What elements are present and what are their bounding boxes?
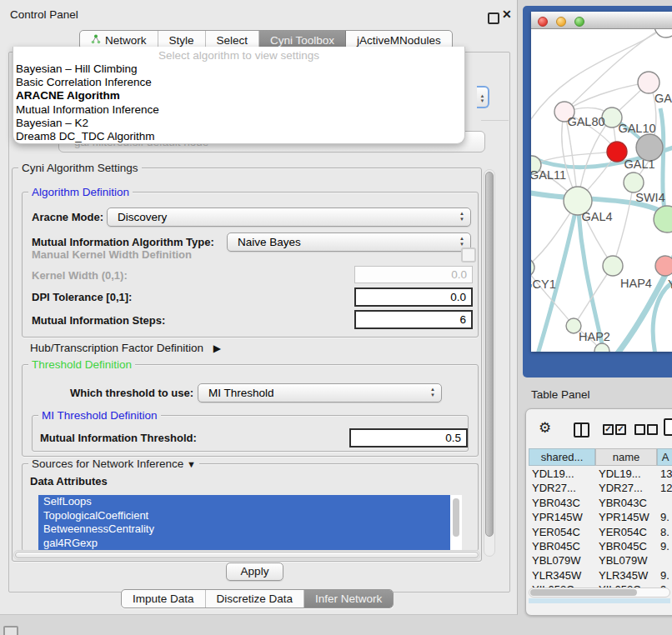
apply-button[interactable]: Apply [226, 562, 283, 581]
which-threshold-label: Which threshold to use: [70, 387, 193, 399]
mi-type-combo[interactable]: Naive Bayes ▲▼ [227, 232, 471, 252]
dpi-tolerance-field[interactable]: 0.0 [354, 288, 473, 307]
algorithm-option[interactable]: Dream8 DC_TDC Algorithm [13, 130, 464, 143]
bottom-tab-bar: Impute DataDiscretize DataInfer Network [121, 589, 394, 608]
table-row[interactable]: YBR043CYBR043C [529, 496, 672, 510]
network-edge[interactable] [613, 182, 634, 266]
column-header-1[interactable]: shared... [529, 448, 595, 466]
unchecked-checkbox-icon[interactable] [634, 424, 645, 435]
table-row[interactable]: YDL19...YDL19...13 [529, 467, 672, 481]
network-node[interactable] [638, 72, 659, 93]
sources-group-title[interactable]: Sources for Network Inference ▼ [28, 458, 199, 471]
table-cell: 9. [660, 569, 669, 582]
settings-hscrollbar-thumb[interactable] [15, 552, 479, 558]
attribute-item[interactable]: TopologicalCoefficient [38, 509, 450, 523]
network-node[interactable] [655, 256, 672, 276]
network-edge[interactable] [564, 82, 649, 112]
node-label: HAP4 [620, 277, 652, 290]
popup-prompt: Select algorithm to view settings [13, 48, 464, 62]
network-edge[interactable] [564, 29, 666, 112]
aracne-mode-combo[interactable]: Discovery ▲▼ [107, 208, 471, 227]
attributes-scrollbar-thumb[interactable] [453, 498, 459, 537]
network-view-frame[interactable]: GALGAL80GAL10GAL1GAL11SWI4GAL4GCY1HAP4YH… [523, 6, 672, 378]
kernel-width-field[interactable]: 0.0 [354, 266, 473, 283]
gear-icon[interactable]: ⚙ [539, 419, 551, 437]
unchecked-checkbox-icon[interactable] [647, 424, 658, 435]
attribute-item[interactable]: SelfLoops [38, 495, 450, 509]
checked-checkbox-icon[interactable]: ✓ [615, 424, 626, 435]
mi-type-value: Naive Bayes [238, 233, 301, 251]
network-node[interactable] [603, 256, 623, 276]
node-label: HAP2 [579, 330, 610, 343]
table-row[interactable]: YER054CYER054C8. [529, 525, 672, 539]
algorithm-option[interactable]: Mutual Information Inference [13, 103, 464, 117]
expand-arrow-icon: ▶ [213, 342, 221, 354]
combo-stepper-icon: ▲▼ [430, 387, 435, 398]
mi-steps-field[interactable]: 6 [354, 310, 473, 329]
attribute-item[interactable]: BetweennessCentrality [38, 522, 450, 537]
table-row[interactable]: YBR045CYBR045C9. [529, 539, 672, 553]
tab-label: jActiveMNodules [357, 34, 441, 47]
algorithm-option[interactable]: ARACNE Algorithm [13, 89, 464, 102]
network-edge[interactable] [578, 201, 606, 352]
tab-label: Style [169, 34, 194, 47]
tab-label: Infer Network [315, 592, 382, 605]
network-edge[interactable] [574, 266, 613, 326]
panel-title: Control Panel [10, 8, 78, 21]
threshold-definition-title: Threshold Definition [28, 358, 135, 371]
column-header-3[interactable]: A [657, 448, 672, 466]
minimized-panel-icon[interactable] [3, 626, 18, 635]
column-header-2[interactable]: name [595, 448, 657, 466]
tab-label: Cyni Toolbox [270, 34, 334, 47]
zoom-traffic-icon[interactable] [574, 17, 584, 27]
network-node[interactable] [624, 172, 644, 192]
node-label: GAL1 [624, 158, 654, 171]
algorithm-option[interactable]: Bayesian – Hill Climbing [13, 62, 464, 76]
node-label: Y [668, 278, 672, 291]
table-cell: YLR345W [599, 569, 648, 582]
table-row[interactable]: YPR145WYPR145W9. [529, 510, 672, 524]
table-hscrollbar-thumb[interactable] [530, 589, 637, 596]
algorithm-combo-stepper[interactable]: ▲▼ [477, 86, 489, 108]
table-row[interactable]: YBL079WYBL079W [529, 553, 672, 568]
table-cell: YBL079W [599, 554, 648, 567]
network-window-titlebar[interactable] [531, 12, 672, 29]
settings-vscrollbar-thumb[interactable] [485, 172, 494, 537]
data-attributes-list[interactable]: SelfLoopsTopologicalCoefficientBetweenne… [38, 495, 462, 550]
table-cell: YDR27... [599, 482, 643, 494]
table-cell: 12 [660, 482, 672, 494]
manual-kernel-checkbox[interactable] [461, 248, 476, 262]
groupbox-edge [481, 120, 509, 121]
float-window-icon[interactable] [488, 12, 499, 24]
checked-checkbox-icon[interactable]: ✓ [603, 424, 614, 435]
table-panel-window: ⚙ ✓ ✓ shared...nameAYDL19...YDL19...13YD… [525, 408, 672, 616]
columns-icon[interactable] [574, 422, 589, 438]
table-row[interactable]: YLR345WYLR345W9. [529, 568, 672, 582]
algorithm-definition-title: Algorithm Definition [28, 186, 133, 198]
node-label: GAL80 [567, 115, 604, 128]
table-cell: YBR043C [532, 497, 580, 509]
tab-discretize-data[interactable]: Discretize Data [206, 590, 305, 608]
which-threshold-combo[interactable]: MI Threshold ▲▼ [198, 383, 442, 402]
network-canvas[interactable]: GALGAL80GAL10GAL1GAL11SWI4GAL4GCY1HAP4YH… [531, 29, 672, 352]
hub-definition-toggle[interactable]: Hub/Transcription Factor Definition ▶ [30, 342, 221, 354]
table-cell: YDL19... [532, 468, 574, 480]
mi-threshold-field[interactable]: 0.5 [349, 428, 468, 448]
algorithm-option[interactable]: Basic Correlation Inference [13, 76, 464, 89]
settings-group-title: Cyni Algorithm Settings [18, 162, 142, 174]
close-traffic-icon[interactable] [538, 17, 548, 27]
algorithm-option[interactable]: Bayesian – K2 [13, 117, 464, 130]
dpi-tolerance-label: DPI Tolerance [0,1]: [32, 291, 132, 303]
tab-infer-network[interactable]: Infer Network [304, 590, 393, 608]
attribute-item[interactable]: gal4RGexp [38, 537, 450, 551]
table-cell: YPR145W [532, 511, 583, 523]
minimize-traffic-icon[interactable] [556, 17, 566, 27]
document-icon[interactable] [664, 418, 672, 436]
table-row[interactable]: YDR27...YDR27...12 [529, 481, 672, 495]
network-node[interactable] [654, 29, 672, 38]
algorithm-dropdown-popup: Select algorithm to view settings Bayesi… [13, 47, 465, 144]
node-label: GAL10 [618, 122, 655, 135]
control-panel-window: Control Panel ✕ NetworkStyleSelectCyni T… [0, 0, 518, 615]
close-icon[interactable]: ✕ [502, 8, 512, 21]
tab-impute-data[interactable]: Impute Data [122, 590, 206, 608]
